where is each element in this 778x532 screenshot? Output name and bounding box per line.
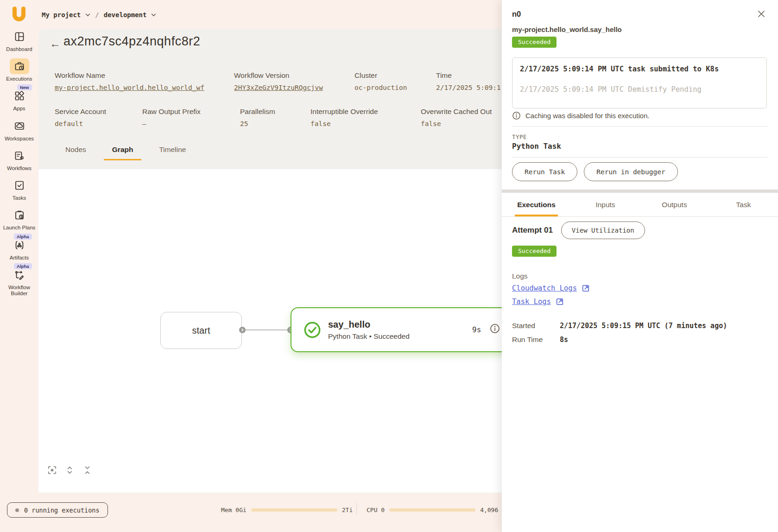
breadcrumb-environment[interactable]: development <box>104 11 147 19</box>
attempt-title: Attempt 01 <box>512 226 553 235</box>
log-line: 2/17/2025 5:09:14 PM UTC Demistify Pendi… <box>520 85 759 94</box>
status-bar: 0 running executions Mem 0Gi 2Ti CPU 0 4… <box>0 493 502 532</box>
workflows-icon <box>14 150 25 161</box>
node-detail-panel: n0 my-project.hello_world.say_hello Succ… <box>502 0 778 532</box>
launch-plans-icon <box>14 209 25 221</box>
workflow-version-link[interactable]: 2HY3xZeGzV9ItzuRQgcjvw <box>234 84 323 91</box>
artifacts-icon <box>14 240 25 251</box>
close-icon[interactable] <box>757 9 766 19</box>
external-link-icon <box>556 298 564 306</box>
tab-task[interactable]: Task <box>709 193 778 216</box>
field-raw-output-prefix: Raw Output Prefix – <box>142 108 201 127</box>
dashboard-icon <box>14 31 25 42</box>
expand-vertical-icon[interactable] <box>65 465 75 475</box>
apps-icon <box>14 90 25 101</box>
new-badge: New <box>17 84 32 90</box>
gauge-divider <box>356 503 357 515</box>
panel-node-id: n0 <box>512 10 521 19</box>
type-label: TYPE <box>512 133 527 140</box>
tasks-icon <box>14 180 25 191</box>
sidebar: Dashboard Executions New Apps Workspaces… <box>0 29 38 532</box>
panel-actions: Rerun Task Rerun in debugger <box>512 162 678 181</box>
sidebar-item-workflow-builder[interactable]: Alpha Workflow Builder <box>0 267 38 297</box>
edge-connector-icon <box>239 327 246 333</box>
node-duration: 9s <box>472 325 481 334</box>
field-overwrite-cached: Overwrite Cached Out false <box>421 108 492 127</box>
cpu-bar <box>389 508 475 512</box>
run-time-row: Run Time 8s <box>512 336 568 344</box>
running-executions-pill[interactable]: 0 running executions <box>7 502 108 518</box>
tab-graph[interactable]: Graph <box>101 140 145 160</box>
executions-icon <box>14 61 25 72</box>
graph-controls <box>47 465 92 475</box>
tab-outputs[interactable]: Outputs <box>640 193 709 216</box>
info-icon <box>512 111 521 120</box>
field-time: Time 2/17/2025 5:09:1 <box>436 71 501 91</box>
tab-timeline[interactable]: Timeline <box>148 140 197 160</box>
memory-gauge: Mem 0Gi 2Ti <box>221 507 353 513</box>
sidebar-item-workspaces[interactable]: Workspaces <box>0 118 38 142</box>
task-logs-link[interactable]: Task Logs <box>512 298 564 306</box>
rerun-debugger-button[interactable]: Rerun in debugger <box>584 162 677 181</box>
app-root: My project / development Dashboard Execu… <box>0 0 778 532</box>
chevron-down-icon[interactable] <box>85 13 90 17</box>
node-title: say_hello <box>328 319 410 330</box>
tab-executions[interactable]: Executions <box>502 193 571 216</box>
graph-edge <box>245 329 291 330</box>
cloudwatch-logs-link[interactable]: Cloudwatch Logs <box>512 284 590 292</box>
started-row: Started 2/17/2025 5:09:15 PM UTC (7 minu… <box>512 322 727 330</box>
check-circle-icon <box>304 321 321 339</box>
graph-node-start[interactable]: start <box>160 312 242 349</box>
field-parallelism: Parallelism 25 <box>240 108 275 127</box>
tab-nodes[interactable]: Nodes <box>54 140 97 160</box>
sidebar-item-workflows[interactable]: Workflows <box>0 148 38 171</box>
rerun-task-button[interactable]: Rerun Task <box>512 162 577 181</box>
task-fqn: my-project.hello_world.say_hello <box>512 25 622 33</box>
alpha-badge: Alpha <box>14 234 32 240</box>
sidebar-item-tasks[interactable]: Tasks <box>0 177 38 201</box>
sidebar-item-launch-plans[interactable]: Launch Plans <box>0 207 38 231</box>
panel-divider-band <box>502 190 778 193</box>
logs-label: Logs <box>512 272 528 280</box>
field-service-account: Service Account default <box>55 108 106 127</box>
sidebar-item-artifacts[interactable]: Alpha Artifacts <box>0 237 38 261</box>
sidebar-item-executions[interactable]: Executions <box>0 58 38 82</box>
chevron-down-icon[interactable] <box>151 13 156 17</box>
breadcrumb: My project / development <box>42 11 156 19</box>
external-link-icon <box>582 284 590 292</box>
union-logo[interactable] <box>10 6 28 24</box>
view-utilization-button[interactable]: View Utilization <box>561 222 645 239</box>
divider <box>512 157 768 158</box>
caching-notice: Caching was disabled for this execution. <box>512 111 650 120</box>
field-workflow-version: Workflow Version 2HY3xZeGzV9ItzuRQgcjvw <box>234 71 323 91</box>
view-tabs: Nodes Graph Timeline <box>54 140 197 160</box>
log-line: 2/17/2025 5:09:14 PM UTC task submitted … <box>520 65 759 73</box>
alpha-badge: Alpha <box>14 263 32 269</box>
field-cluster: Cluster oc-production <box>354 71 407 91</box>
field-workflow-name: Workflow Name my-project.hello_world.hel… <box>55 71 204 91</box>
workflow-name-link[interactable]: my-project.hello_world.hello_world_wf <box>55 84 204 91</box>
center-focus-icon[interactable] <box>47 465 57 475</box>
execution-id-title: ax2mc7sc4pz4nqhfc8r2 <box>63 34 200 49</box>
panel-tabs: Executions Inputs Outputs Task <box>502 193 778 217</box>
breadcrumb-project[interactable]: My project <box>42 11 81 19</box>
info-icon[interactable] <box>490 323 500 334</box>
breadcrumb-separator: / <box>95 11 99 19</box>
sidebar-item-apps[interactable]: New Apps <box>0 88 38 112</box>
divider <box>512 126 768 127</box>
status-badge: Succeeded <box>512 37 557 48</box>
tab-inputs[interactable]: Inputs <box>571 193 640 216</box>
field-interruptible-override: Interruptible Override false <box>310 108 378 127</box>
sidebar-item-dashboard[interactable]: Dashboard <box>0 29 38 52</box>
collapse-vertical-icon[interactable] <box>82 465 92 475</box>
status-dot-icon <box>15 508 19 512</box>
event-log-box: 2/17/2025 5:09:14 PM UTC task submitted … <box>512 57 767 108</box>
back-arrow-icon[interactable]: ← <box>50 37 61 50</box>
attempt-status-badge: Succeeded <box>512 246 557 257</box>
node-subtitle: Python Task • Succeeded <box>328 332 410 341</box>
cpu-gauge: CPU 0 4,096 <box>367 507 498 513</box>
workspaces-icon <box>14 120 25 132</box>
workflow-builder-icon <box>14 269 25 280</box>
attempt-row: Attempt 01 View Utilization <box>512 222 645 239</box>
type-value: Python Task <box>512 142 561 151</box>
